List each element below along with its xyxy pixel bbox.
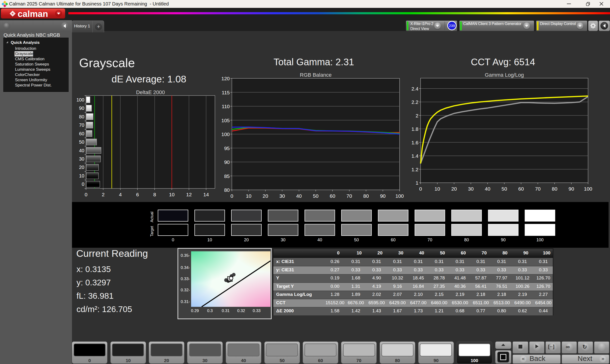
svg-text:Gamma Log/Log: Gamma Log/Log [485,72,524,78]
svg-text:1.2: 1.2 [412,167,418,172]
svg-text:40: 40 [296,193,302,199]
svg-text:1.8: 1.8 [412,126,418,132]
svg-text:60: 60 [79,131,84,136]
svg-text:10: 10 [435,186,440,192]
svg-text:0: 0 [82,182,84,187]
svg-text:RGB Balance: RGB Balance [300,72,331,78]
svg-text:70: 70 [347,193,352,199]
svg-text:100: 100 [221,131,230,137]
svg-text:20: 20 [451,186,457,192]
svg-text:30: 30 [79,156,84,161]
svg-text:60: 60 [330,193,335,199]
svg-text:12: 12 [186,192,192,197]
svg-text:115: 115 [222,90,230,95]
svg-text:90: 90 [224,159,230,165]
svg-text:2.2: 2.2 [412,99,418,105]
svg-text:50: 50 [79,139,84,145]
svg-text:120: 120 [221,76,230,81]
svg-text:40: 40 [485,186,490,192]
svg-text:1: 1 [415,180,418,186]
svg-text:2: 2 [415,113,418,118]
svg-text:0: 0 [85,192,88,197]
svg-text:4: 4 [119,192,122,197]
svg-text:1.4: 1.4 [412,153,419,159]
svg-text:70: 70 [535,186,540,192]
svg-text:85: 85 [224,173,230,179]
svg-text:80: 80 [224,187,230,193]
svg-text:6: 6 [136,192,139,197]
svg-text:90: 90 [79,105,84,111]
svg-text:105: 105 [221,118,230,123]
svg-text:80: 80 [552,186,557,192]
svg-text:110: 110 [222,104,230,109]
svg-text:90: 90 [380,193,386,199]
svg-text:30: 30 [468,186,473,192]
svg-text:8: 8 [153,192,156,197]
svg-text:10: 10 [79,173,84,178]
svg-text:100: 100 [584,186,592,192]
svg-text:0: 0 [419,186,422,192]
svg-text:100: 100 [77,97,84,103]
svg-text:2: 2 [102,192,104,197]
svg-text:2.4: 2.4 [412,86,419,91]
svg-text:30: 30 [280,193,285,199]
svg-text:60: 60 [518,186,524,192]
svg-text:50: 50 [313,193,318,199]
svg-text:80: 80 [363,193,369,199]
svg-text:10: 10 [246,193,251,199]
svg-text:20: 20 [263,193,268,199]
svg-text:100: 100 [395,193,404,199]
svg-text:95: 95 [224,145,230,151]
svg-text:70: 70 [79,122,84,128]
svg-text:14: 14 [203,192,209,197]
svg-text:80: 80 [79,114,84,119]
svg-text:90: 90 [569,186,574,192]
svg-text:10: 10 [169,192,174,197]
svg-text:0: 0 [230,193,233,199]
svg-text:40: 40 [79,148,84,153]
svg-text:20: 20 [79,165,84,170]
svg-text:50: 50 [502,186,507,192]
svg-text:1.6: 1.6 [412,140,418,145]
svg-text:DeltaE 2000: DeltaE 2000 [136,89,165,95]
